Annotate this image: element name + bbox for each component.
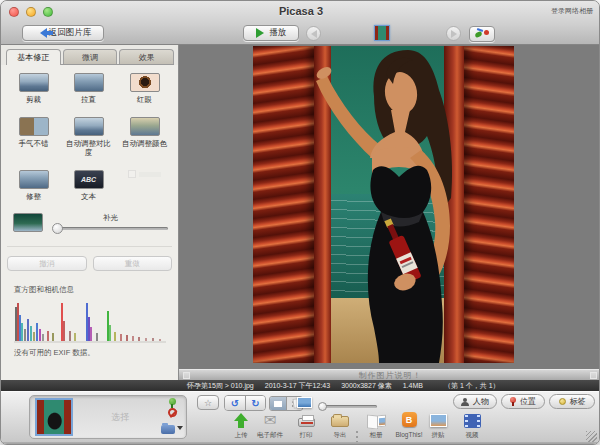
crop-icon [19, 73, 49, 92]
photo-stack-button[interactable] [293, 396, 312, 410]
edit-sidebar: 基本修正 微调 效果 剪裁 拉直 红眼 手气不错 [1, 45, 179, 380]
basic-fixes-panel: 剪裁 拉直 红眼 手气不错 自动调整对比度 [1, 65, 178, 380]
collage-button[interactable]: 拼贴 [421, 409, 455, 440]
photo-book-icon [367, 414, 386, 428]
rotate-cw-button[interactable]: ↻ [245, 396, 265, 410]
next-photo-button[interactable] [446, 26, 461, 41]
album-book-button[interactable]: 相册 [359, 409, 393, 440]
status-bar: 怀孕第15周 > 010.jpg 2010-3-17 下午12:43 3000x… [1, 380, 600, 391]
single-view-icon [274, 401, 282, 407]
tab-tuning[interactable]: 微调 [63, 49, 118, 64]
fill-light-slider[interactable]: 补光 [53, 213, 168, 230]
disabled-option-checkbox [128, 170, 161, 178]
email-icon: ✉ [264, 411, 277, 429]
current-photo-thumbnail[interactable] [374, 25, 390, 41]
tag-icon [559, 398, 566, 405]
window-chrome: Picasa 3 登录网络相册 返回图片库 播放 [1, 1, 600, 45]
movie-button[interactable]: 视频 [455, 409, 489, 440]
email-button[interactable]: ✉ 电子邮件 [249, 409, 291, 440]
fill-light-knob[interactable] [52, 223, 63, 234]
back-to-library-button[interactable]: 返回图片库 [22, 25, 104, 41]
retouch-button[interactable]: 修整 [6, 170, 62, 201]
upload-icon [234, 406, 248, 421]
tab-basic-fixes[interactable]: 基本修正 [6, 49, 61, 65]
exif-message: 没有可用的 EXIF 数据。 [14, 348, 166, 358]
text-button[interactable]: ABC 文本 [62, 170, 116, 201]
caption-text[interactable]: 制作图片说明！ [359, 370, 422, 381]
lucky-icon [19, 117, 49, 136]
histogram-chart [14, 301, 166, 343]
photo-viewer [179, 45, 600, 369]
edit-colors-button[interactable] [469, 26, 495, 42]
zoom-track[interactable] [319, 405, 377, 408]
back-arrow-icon [35, 28, 47, 38]
straighten-icon [74, 73, 104, 92]
auto-color-button[interactable]: 自动调整颜色 [116, 117, 174, 157]
redo-button[interactable]: 重做 [93, 256, 173, 271]
export-folder-icon [331, 416, 349, 427]
print-button[interactable]: 打印 [289, 409, 323, 440]
redeye-button[interactable]: 红眼 [116, 73, 174, 104]
straighten-button[interactable]: 拉直 [62, 73, 116, 104]
star-button[interactable]: ☆ [197, 395, 219, 410]
im-feeling-lucky-button[interactable]: 手气不错 [6, 117, 62, 157]
status-filesize: 1.4MB [403, 382, 423, 389]
fill-light-track[interactable] [53, 227, 168, 230]
window-title: Picasa 3 [1, 5, 600, 17]
caption-end-icon [590, 372, 597, 379]
photo-tray: 选择 ☆ ↺ ↻ 人物 [1, 391, 600, 442]
person-icon [461, 398, 469, 406]
printer-icon [298, 418, 315, 427]
edit-tabs: 基本修正 微调 效果 [6, 49, 174, 65]
map-pin-icon [510, 397, 516, 406]
history-buttons: 撤消 重做 [7, 246, 172, 271]
auto-contrast-button[interactable]: 自动调整对比度 [62, 117, 116, 157]
fill-light-row: 补光 [13, 213, 168, 232]
photo-subject [253, 46, 514, 363]
status-position: （第 1 个，共 1） [444, 381, 500, 391]
share-dock: 上传 ✉ 电子邮件 打印 导出 相册 B BlogThis! [1, 409, 600, 443]
signin-link[interactable]: 登录网络相册 [551, 6, 593, 16]
disabled-option [116, 170, 174, 201]
text-icon: ABC [74, 170, 104, 189]
redeye-icon [130, 73, 160, 92]
status-dimensions: 3000x3827 像素 [341, 381, 392, 391]
histogram-header: 直方图和相机信息 [14, 285, 166, 295]
caption-bar[interactable]: 制作图片说明！ [179, 369, 600, 380]
fix-grid: 剪裁 拉直 红眼 手气不错 自动调整对比度 [1, 65, 178, 201]
picasa-window: Picasa 3 登录网络相册 返回图片库 播放 [0, 0, 600, 445]
crop-button[interactable]: 剪裁 [6, 73, 62, 104]
rotate-cw-icon: ↻ [251, 398, 259, 409]
export-button[interactable]: 导出 [323, 409, 357, 440]
collage-icon [430, 414, 447, 427]
photo-stack-front-icon [297, 397, 312, 408]
previous-photo-button[interactable] [306, 26, 321, 41]
caption-badge-icon [183, 372, 190, 379]
edit-colors-icon [475, 29, 489, 39]
play-icon [256, 28, 264, 38]
fill-light-thumb [13, 213, 43, 232]
auto-color-icon [130, 117, 160, 136]
star-icon: ☆ [204, 398, 212, 408]
tab-effects[interactable]: 效果 [119, 49, 174, 64]
main-toolbar: 返回图片库 播放 [1, 23, 600, 45]
hold-pin-icon[interactable] [169, 398, 176, 405]
zoom-slider[interactable] [319, 401, 377, 408]
dock-separator-icon [356, 431, 358, 433]
status-filename: 怀孕第15周 > 010.jpg [187, 381, 254, 391]
tags-button[interactable]: 标签 [549, 394, 595, 409]
auto-contrast-icon [74, 117, 104, 136]
play-button[interactable]: 播放 [243, 25, 299, 41]
places-button[interactable]: 位置 [501, 394, 545, 409]
blogger-icon: B [402, 412, 417, 427]
camera-info-section: 直方图和相机信息 没有可用的 EXIF 数据。 [14, 285, 166, 358]
next-arrow-icon [451, 30, 457, 38]
filmstrip-icon [464, 414, 481, 428]
photo-canvas[interactable] [253, 46, 514, 363]
retouch-icon [19, 170, 49, 189]
resize-grip-icon[interactable] [586, 431, 597, 442]
undo-button[interactable]: 撤消 [7, 256, 87, 271]
people-button[interactable]: 人物 [453, 394, 497, 409]
prev-arrow-icon [311, 30, 317, 38]
status-datetime: 2010-3-17 下午12:43 [265, 381, 330, 391]
